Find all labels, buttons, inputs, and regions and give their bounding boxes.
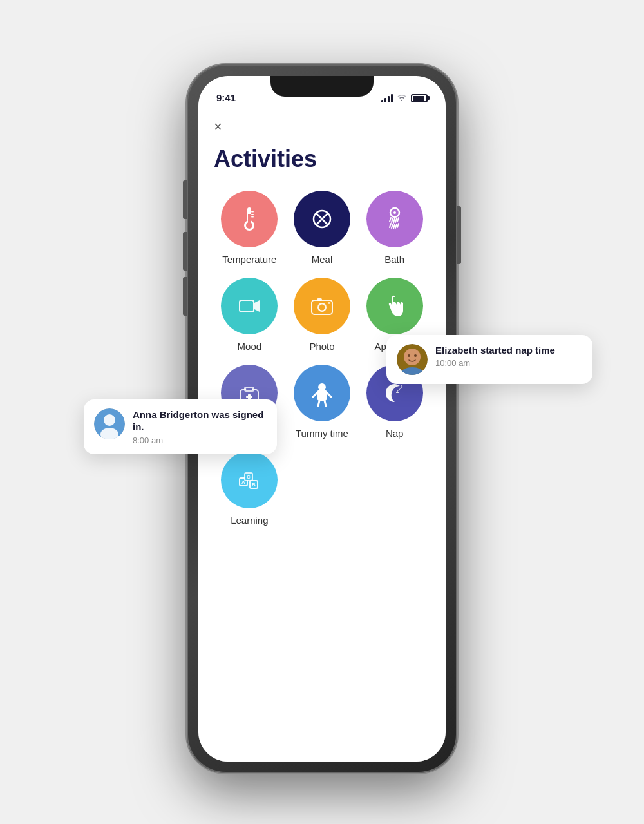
svg-line-25 — [390, 224, 391, 227]
notification-elizabeth: Elizabeth started nap time 10:00 am — [386, 335, 592, 384]
mood-circle — [221, 278, 278, 334]
svg-line-21 — [392, 218, 393, 222]
anna-notif-text: Anna Bridgerton was signed in. 8:00 am — [133, 408, 267, 445]
notification-anna: Anna Bridgerton was signed in. 8:00 am — [84, 399, 277, 454]
svg-text:Z: Z — [401, 385, 402, 388]
phone-container: Anna Bridgerton was signed in. 8:00 am E… — [187, 64, 457, 773]
activity-meal[interactable]: Meal — [289, 191, 355, 265]
svg-point-36 — [319, 304, 325, 310]
elizabeth-notif-main: Elizabeth started nap time — [435, 344, 582, 357]
elizabeth-avatar — [397, 344, 428, 375]
wifi-icon — [397, 93, 407, 103]
notch — [270, 76, 374, 97]
page-title: Activities — [214, 146, 430, 173]
scroll-shadow — [198, 723, 446, 762]
svg-point-11 — [246, 222, 252, 229]
svg-rect-14 — [251, 216, 254, 218]
svg-marker-32 — [254, 300, 260, 312]
svg-point-19 — [393, 211, 396, 214]
svg-rect-10 — [248, 214, 251, 223]
svg-point-5 — [408, 354, 410, 357]
status-icons — [381, 93, 428, 103]
learning-circle: A B C — [221, 452, 278, 508]
photo-circle — [294, 278, 350, 334]
svg-line-20 — [390, 218, 391, 222]
svg-text:B: B — [252, 482, 256, 488]
svg-line-49 — [325, 401, 326, 406]
svg-rect-12 — [251, 211, 254, 213]
applause-circle — [366, 278, 423, 334]
elizabeth-notif-time: 10:00 am — [435, 358, 582, 368]
nap-label: Nap — [386, 428, 404, 439]
tummy-label: Tummy time — [296, 428, 348, 439]
bath-circle — [366, 191, 423, 247]
elizabeth-notif-text: Elizabeth started nap time 10:00 am — [435, 344, 582, 369]
svg-line-46 — [313, 393, 317, 397]
svg-point-4 — [404, 349, 421, 365]
svg-point-38 — [328, 302, 330, 304]
activity-mood[interactable]: Mood — [216, 278, 283, 352]
svg-point-6 — [414, 354, 417, 357]
svg-line-23 — [395, 218, 397, 222]
activity-bath[interactable]: Bath — [361, 191, 428, 265]
temperature-circle — [221, 191, 278, 247]
svg-rect-44 — [246, 396, 252, 398]
svg-rect-13 — [251, 214, 254, 215]
meal-circle — [294, 191, 350, 247]
activity-learning[interactable]: A B C Learning — [216, 452, 283, 526]
temperature-label: Temperature — [222, 254, 276, 265]
meal-label: Meal — [312, 254, 333, 265]
anna-avatar — [94, 408, 125, 439]
close-button[interactable]: × — [214, 119, 222, 135]
activity-temperature[interactable]: Temperature — [216, 191, 283, 265]
svg-point-1 — [104, 414, 115, 426]
tummy-circle — [294, 365, 350, 421]
svg-line-22 — [393, 218, 395, 223]
status-time: 9:41 — [216, 92, 236, 103]
svg-line-29 — [397, 224, 399, 227]
signal-icon — [381, 93, 393, 102]
battery-icon — [411, 94, 428, 102]
svg-line-47 — [327, 393, 331, 397]
bath-label: Bath — [384, 254, 404, 265]
svg-rect-42 — [246, 388, 252, 390]
anna-notif-main: Anna Bridgerton was signed in. — [133, 408, 267, 434]
activity-photo[interactable]: Photo — [289, 278, 355, 352]
anna-notif-time: 8:00 am — [133, 436, 267, 445]
svg-line-48 — [318, 401, 319, 406]
learning-label: Learning — [231, 515, 268, 526]
svg-text:C: C — [247, 474, 251, 480]
svg-line-24 — [397, 218, 399, 222]
svg-line-27 — [393, 224, 395, 229]
svg-line-26 — [392, 224, 393, 228]
svg-rect-31 — [240, 301, 253, 311]
svg-rect-37 — [317, 298, 322, 301]
mood-label: Mood — [238, 341, 262, 352]
photo-label: Photo — [309, 341, 334, 352]
activity-tummy[interactable]: Tummy time — [289, 365, 355, 439]
svg-line-28 — [395, 224, 397, 228]
